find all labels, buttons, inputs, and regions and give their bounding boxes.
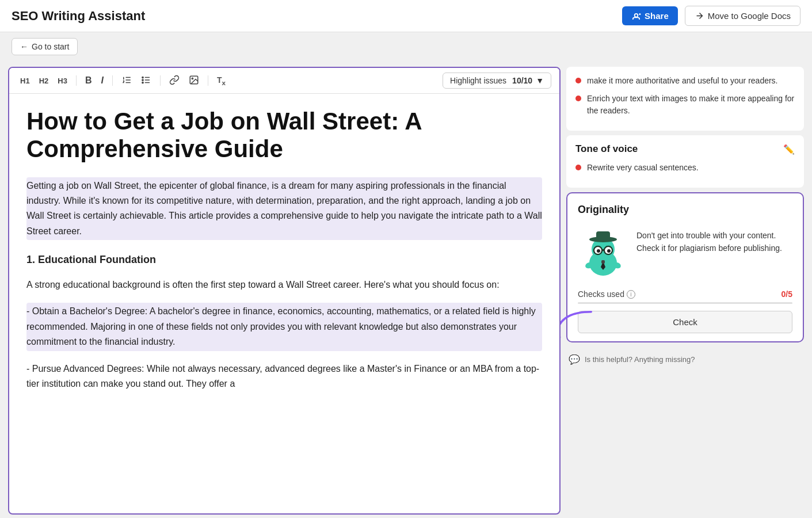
- link-icon: [169, 75, 180, 85]
- suggestion-text-2: Enrich your text with images to make it …: [587, 93, 795, 117]
- app-header: SEO Writing Assistant Share Move to Goog…: [0, 0, 812, 32]
- svg-point-9: [142, 79, 143, 80]
- h2-label: H2: [39, 77, 49, 85]
- svg-point-8: [142, 77, 143, 78]
- suggestion-item-2: Enrich your text with images to make it …: [575, 93, 795, 117]
- image-icon: [189, 75, 199, 85]
- ordered-list-button[interactable]: [119, 73, 135, 89]
- section1-title: 1. Educational Foundation: [26, 252, 542, 268]
- bullet2: - Pursue Advanced Degrees: While not alw…: [26, 361, 542, 392]
- share-label: Share: [645, 11, 669, 21]
- suggestion-text-1: make it more authoritative and useful to…: [587, 75, 778, 87]
- docs-icon: [695, 11, 704, 21]
- svg-point-22: [607, 249, 611, 253]
- checks-count: 0/5: [781, 290, 792, 299]
- hint-text: Is this helpful? Anything missing?: [585, 355, 695, 364]
- toolbar-sep-3: [160, 75, 161, 86]
- svg-point-10: [142, 82, 143, 83]
- checks-label: Checks used i: [578, 290, 635, 299]
- section1-para: A strong educational background is often…: [26, 277, 542, 292]
- toolbar-sep-1: [76, 75, 77, 86]
- checks-label-text: Checks used: [578, 290, 624, 299]
- svg-rect-16: [596, 231, 610, 241]
- share-button[interactable]: Share: [622, 6, 678, 25]
- toolbar-sep-2: [112, 75, 113, 86]
- move-to-docs-button[interactable]: Move to Google Docs: [685, 6, 800, 26]
- svg-point-21: [597, 249, 600, 253]
- editor-content[interactable]: How to Get a Job on Wall Street: A Compr…: [9, 94, 559, 513]
- bold-button[interactable]: B: [82, 74, 95, 87]
- originality-desc: Don't get into trouble with your content…: [636, 230, 792, 254]
- h3-button[interactable]: H3: [55, 75, 70, 87]
- editor-toolbar: H1 H2 H3 B I: [9, 68, 559, 94]
- h1-label: H1: [20, 77, 30, 85]
- go-start-label: Go to start: [32, 42, 69, 51]
- ordered-list-icon: [121, 75, 132, 85]
- svg-point-12: [192, 78, 193, 79]
- tone-suggestion-item: Rewrite very casual sentences.: [575, 162, 795, 174]
- clear-format-button[interactable]: Tx: [214, 74, 228, 88]
- tone-header: Tone of voice ✏️: [575, 143, 795, 155]
- checks-row: Checks used i 0/5: [578, 290, 792, 299]
- toolbar-row: ← Go to start: [0, 32, 812, 61]
- toolbar-sep-4: [208, 75, 208, 86]
- right-panel: make it more authoritative and useful to…: [561, 67, 804, 515]
- originality-card: Originality: [566, 192, 804, 342]
- toolbar-left: H1 H2 H3 B I: [17, 73, 228, 89]
- bullet1: - Obtain a Bachelor's Degree: A bachelor…: [26, 303, 542, 351]
- tone-title: Tone of voice: [575, 143, 638, 155]
- app-title: SEO Writing Assistant: [12, 9, 145, 24]
- red-dot-2: [575, 96, 581, 101]
- link-button[interactable]: [166, 73, 182, 89]
- progress-bar: [578, 302, 792, 304]
- header-actions: Share Move to Google Docs: [622, 6, 800, 26]
- suggestion-item-1: make it more authoritative and useful to…: [575, 75, 795, 87]
- tone-section: Tone of voice ✏️ Rewrite very casual sen…: [566, 135, 804, 188]
- originality-title: Originality: [578, 204, 629, 216]
- svg-rect-25: [601, 260, 605, 264]
- image-button[interactable]: [186, 73, 202, 89]
- unordered-list-icon: [141, 75, 151, 85]
- h1-button[interactable]: H1: [17, 75, 33, 87]
- chevron-down-icon: ▼: [536, 76, 544, 85]
- svg-rect-23: [602, 249, 604, 251]
- main-layout: H1 H2 H3 B I: [0, 61, 812, 518]
- bottom-hint: 💬 Is this helpful? Anything missing?: [566, 349, 804, 365]
- docs-label: Move to Google Docs: [708, 11, 791, 21]
- back-arrow-icon: ←: [20, 42, 28, 51]
- italic-button[interactable]: I: [98, 74, 106, 87]
- h2-button[interactable]: H2: [36, 75, 52, 87]
- red-dot-3: [575, 165, 581, 170]
- highlight-count: 10/10: [512, 76, 532, 85]
- info-icon[interactable]: i: [627, 290, 635, 299]
- highlight-label: Highlight issues: [450, 76, 506, 85]
- editor-panel: H1 H2 H3 B I: [8, 67, 561, 515]
- check-label: Check: [673, 317, 697, 327]
- article-title: How to Get a Job on Wall Street: A Compr…: [26, 108, 542, 163]
- share-icon: [631, 11, 641, 21]
- go-to-start-button[interactable]: ← Go to start: [12, 38, 78, 55]
- red-dot-1: [575, 78, 581, 83]
- highlight-issues-button[interactable]: Highlight issues 10/10 ▼: [443, 73, 551, 89]
- check-button[interactable]: Check: [578, 311, 792, 333]
- suggestions-section: make it more authoritative and useful to…: [566, 67, 804, 131]
- edit-tone-icon[interactable]: ✏️: [783, 144, 795, 155]
- article-intro: Getting a job on Wall Street, the epicen…: [26, 177, 542, 241]
- svg-marker-28: [561, 337, 561, 345]
- originality-mascot: [578, 230, 628, 280]
- hint-icon: 💬: [569, 354, 580, 365]
- unordered-list-button[interactable]: [138, 73, 154, 89]
- tone-suggestion-text: Rewrite very casual sentences.: [587, 162, 699, 174]
- h3-label: H3: [58, 77, 67, 85]
- originality-body: Don't get into trouble with your content…: [578, 230, 792, 280]
